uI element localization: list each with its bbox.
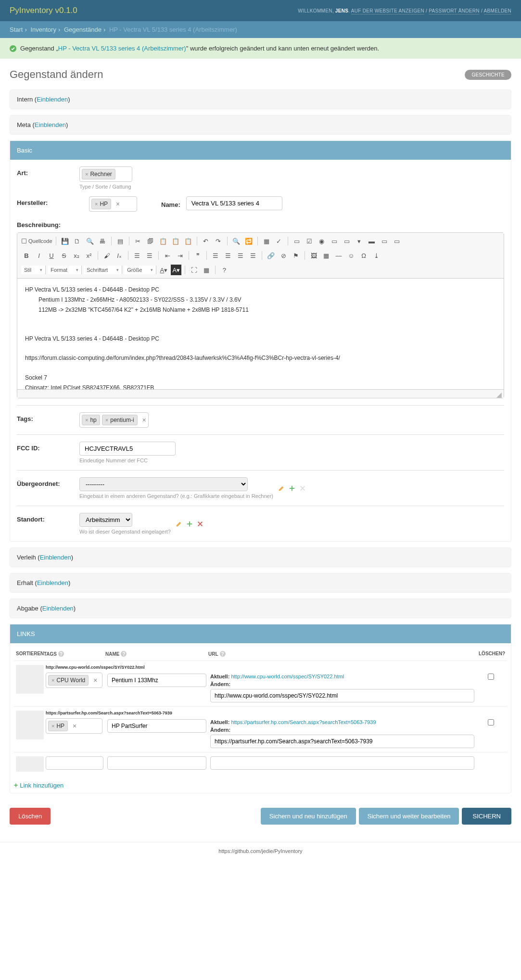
align-left-icon[interactable]: ☰ <box>210 250 221 261</box>
align-right-icon[interactable]: ☰ <box>235 250 246 261</box>
checkbox-icon[interactable]: ☑ <box>304 236 315 246</box>
source-button[interactable]: Quellcode <box>21 236 52 246</box>
align-justify-icon[interactable]: ☰ <box>248 250 258 261</box>
alert-link[interactable]: HP - Vectra VL 5/133 series 4 (Arbeitszi… <box>58 45 186 52</box>
delete-button[interactable]: Löschen <box>10 808 51 825</box>
delete-icon[interactable] <box>197 521 203 527</box>
newpage-icon[interactable]: 🗋 <box>72 236 83 246</box>
align-center-icon[interactable]: ☰ <box>223 250 233 261</box>
save-continue-button[interactable]: Sichern und weiter bearbeiten <box>359 808 459 825</box>
subscript-icon[interactable]: x₂ <box>71 250 82 261</box>
erhalt-toggle[interactable]: Einblenden <box>37 579 68 586</box>
find-icon[interactable]: 🔍 <box>231 236 241 246</box>
outdent-icon[interactable]: ⇤ <box>162 250 173 261</box>
format-combo[interactable]: Format▾ <box>48 266 82 274</box>
link-url-input-empty[interactable] <box>210 756 474 770</box>
bc-start[interactable]: Start <box>10 26 23 33</box>
strike-icon[interactable]: S <box>59 250 69 261</box>
meta-toggle[interactable]: Einblenden <box>35 121 66 128</box>
fcc-input[interactable] <box>79 442 176 456</box>
help-icon[interactable]: ? <box>58 651 64 657</box>
undo-icon[interactable]: ↶ <box>201 236 211 246</box>
intern-toggle[interactable]: Einblenden <box>37 96 68 103</box>
italic-icon[interactable]: I <box>34 250 44 261</box>
help-icon[interactable]: ? <box>220 651 226 657</box>
brand[interactable]: PyInventory v0.1.0 <box>10 6 77 15</box>
delete-icon[interactable] <box>299 485 306 492</box>
location-select[interactable]: Arbeitszimmer <box>79 513 132 527</box>
image-icon[interactable]: 🖼 <box>308 250 319 261</box>
removefmt-icon[interactable]: 🖌 <box>102 250 112 261</box>
unlink-icon[interactable]: ⊘ <box>278 250 289 261</box>
editor-resize-handle[interactable]: ◢ <box>17 389 504 398</box>
form-icon[interactable]: ▭ <box>292 236 302 246</box>
save-icon[interactable]: 💾 <box>60 236 70 246</box>
bullist-icon[interactable]: ☰ <box>144 250 155 261</box>
link-url-input[interactable] <box>210 689 474 702</box>
textfield-icon[interactable]: ▭ <box>329 236 340 246</box>
link-tag-input[interactable]: ×HP× <box>46 718 102 734</box>
paste-text-icon[interactable]: 📋 <box>170 236 181 246</box>
bgcolor-icon[interactable]: A▾ <box>171 265 181 275</box>
add-icon[interactable] <box>289 485 295 492</box>
drag-handle[interactable] <box>16 665 44 694</box>
clearfmt-icon[interactable]: Iₓ <box>114 250 125 261</box>
link-tag-input-empty[interactable] <box>46 756 103 770</box>
bc-inventory[interactable]: Inventory <box>30 26 56 33</box>
showblocks-icon[interactable]: ▦ <box>201 265 212 275</box>
bc-items[interactable]: Gegenstände <box>64 26 102 33</box>
link-current-url[interactable]: https://partsurfer.hp.com/Search.aspx?se… <box>231 719 376 725</box>
change-password-link[interactable]: PASSWORT ÄNDERN <box>429 8 480 14</box>
link-delete-checkbox[interactable] <box>488 719 494 725</box>
art-input[interactable]: ×Rechner <box>79 166 132 182</box>
specialchar-icon[interactable]: Ω <box>358 250 369 261</box>
preview-icon[interactable]: 🔍 <box>85 236 95 246</box>
size-combo[interactable]: Größe▾ <box>124 266 156 274</box>
bold-icon[interactable]: B <box>21 250 32 261</box>
parent-select[interactable]: --------- <box>79 477 248 491</box>
name-input[interactable] <box>186 196 282 210</box>
underline-icon[interactable]: U <box>46 250 57 261</box>
history-button[interactable]: GESCHICHTE <box>465 70 511 80</box>
pagebreak-icon[interactable]: ⤓ <box>371 250 381 261</box>
help-icon[interactable]: ? <box>121 651 127 657</box>
hidden-icon[interactable]: ▭ <box>392 236 402 246</box>
edit-icon[interactable] <box>176 521 182 527</box>
textarea-icon[interactable]: ▭ <box>342 236 352 246</box>
link-url-input[interactable] <box>210 735 474 748</box>
templates-icon[interactable]: ▤ <box>115 236 126 246</box>
maximize-icon[interactable]: ⛶ <box>189 265 199 275</box>
smiley-icon[interactable]: ☺ <box>346 250 356 261</box>
anchor-icon[interactable]: ⚑ <box>291 250 301 261</box>
edit-icon[interactable] <box>278 485 285 492</box>
view-site-link[interactable]: AUF DER WEBSITE ANZEIGEN <box>351 8 424 14</box>
about-icon[interactable]: ? <box>219 265 229 275</box>
cut-icon[interactable]: ✂ <box>133 236 143 246</box>
copy-icon[interactable]: 🗐 <box>145 236 156 246</box>
link-name-input-empty[interactable] <box>107 756 206 770</box>
editor-content[interactable]: HP Vectra VL 5/133 series 4 - D4644B - D… <box>17 279 504 389</box>
table-icon[interactable]: ▦ <box>321 250 331 261</box>
verleih-toggle[interactable]: Einblenden <box>40 554 71 561</box>
save-button[interactable]: SICHERN <box>462 808 511 825</box>
abgabe-toggle[interactable]: Einblenden <box>42 605 74 612</box>
save-add-button[interactable]: Sichern und neu hinzufügen <box>261 808 356 825</box>
superscript-icon[interactable]: x² <box>84 250 94 261</box>
spell-icon[interactable]: ✓ <box>274 236 284 246</box>
print-icon[interactable]: 🖶 <box>97 236 108 246</box>
link-delete-checkbox[interactable] <box>488 674 494 680</box>
paste-word-icon[interactable]: 📋 <box>183 236 193 246</box>
tags-input[interactable]: ×hp ×pentium-i × <box>79 412 149 428</box>
hr-icon[interactable]: — <box>333 250 344 261</box>
textcolor-icon[interactable]: A▾ <box>158 265 169 275</box>
logout-link[interactable]: ABMELDEN <box>484 8 511 14</box>
image-btn-icon[interactable]: ▭ <box>379 236 390 246</box>
link-current-url[interactable]: http://www.cpu-world.com/sspec/SY/SY022.… <box>231 674 344 679</box>
numlist-icon[interactable]: ☰ <box>132 250 142 261</box>
footer-link[interactable]: https://github.com/jedie/PyInventory <box>218 848 302 854</box>
link-tag-input[interactable]: ×CPU World× <box>46 673 102 688</box>
replace-icon[interactable]: 🔁 <box>243 236 254 246</box>
quote-icon[interactable]: ❞ <box>192 250 203 261</box>
drag-handle[interactable] <box>16 756 44 772</box>
button-ed-icon[interactable]: ▬ <box>367 236 377 246</box>
